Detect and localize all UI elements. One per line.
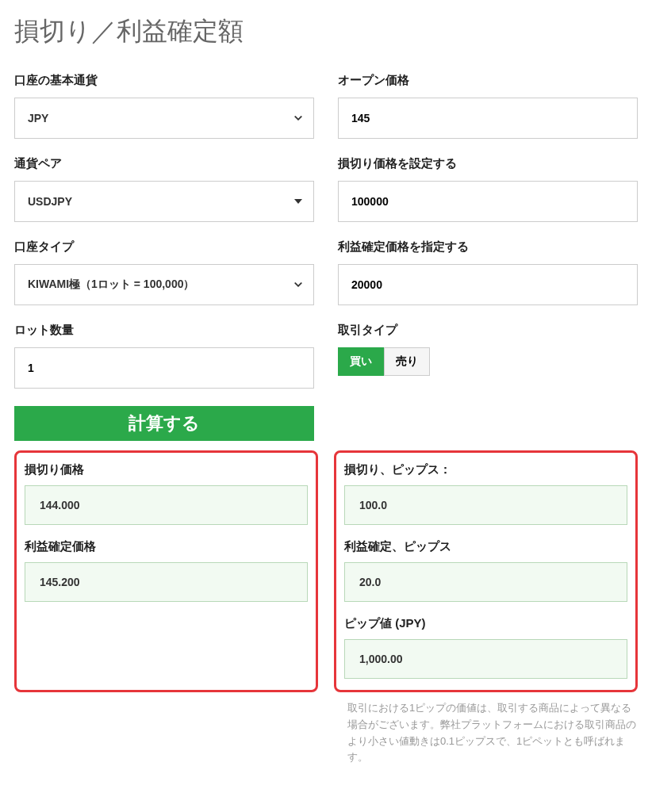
buy-button[interactable]: 買い — [338, 347, 384, 376]
sell-button[interactable]: 売り — [384, 347, 430, 376]
lot-field[interactable] — [14, 347, 314, 389]
trade-type-toggle: 買い 売り — [338, 347, 430, 376]
pip-footnote: 取引における1ピップの価値は、取引する商品によって異なる場合がございます。弊社プ… — [347, 700, 638, 766]
take-profit-label: 利益確定価格を指定する — [338, 239, 638, 255]
open-price-input[interactable] — [351, 112, 624, 124]
stop-loss-field[interactable] — [338, 181, 638, 222]
lot-input[interactable] — [28, 362, 301, 374]
pair-value: USDJPY — [28, 195, 72, 208]
open-price-field[interactable] — [338, 98, 638, 139]
base-currency-value: JPY — [28, 112, 48, 124]
sl-price-label: 損切り価格 — [25, 462, 308, 477]
calculate-button[interactable]: 計算する — [14, 406, 314, 441]
results-right-panel: 損切り、ピップス： 100.0 利益確定、ピップス 20.0 ピップ値 (JPY… — [334, 450, 638, 692]
results-left-panel: 損切り価格 144.000 利益確定価格 145.200 — [14, 450, 318, 692]
base-currency-select[interactable]: JPY — [14, 98, 314, 139]
account-type-value: KIWAMI極（1ロット = 100,000） — [28, 278, 194, 292]
pair-label: 通貨ペア — [14, 156, 314, 171]
take-profit-input[interactable] — [351, 278, 624, 291]
tp-pips-label: 利益確定、ピップス — [344, 539, 627, 554]
stop-loss-input[interactable] — [351, 195, 624, 208]
sl-price-value: 144.000 — [25, 485, 308, 525]
tp-pips-value: 20.0 — [344, 562, 627, 602]
account-type-label: 口座タイプ — [14, 239, 314, 255]
take-profit-field[interactable] — [338, 264, 638, 305]
sl-pips-value: 100.0 — [344, 485, 627, 525]
account-type-select[interactable]: KIWAMI極（1ロット = 100,000） — [14, 264, 314, 305]
pip-value-value: 1,000.00 — [344, 639, 627, 679]
tp-price-label: 利益確定価格 — [25, 539, 308, 554]
sl-pips-label: 損切り、ピップス： — [344, 462, 627, 477]
pair-select[interactable]: USDJPY — [14, 181, 314, 222]
page-title: 損切り／利益確定額 — [14, 14, 638, 49]
stop-loss-label: 損切り価格を設定する — [338, 156, 638, 171]
pip-value-label: ピップ値 (JPY) — [344, 616, 627, 631]
tp-price-value: 145.200 — [25, 562, 308, 602]
base-currency-label: 口座の基本通貨 — [14, 73, 314, 88]
open-price-label: オープン価格 — [338, 73, 638, 88]
trade-type-label: 取引タイプ — [338, 323, 638, 338]
lot-label: ロット数量 — [14, 323, 314, 338]
